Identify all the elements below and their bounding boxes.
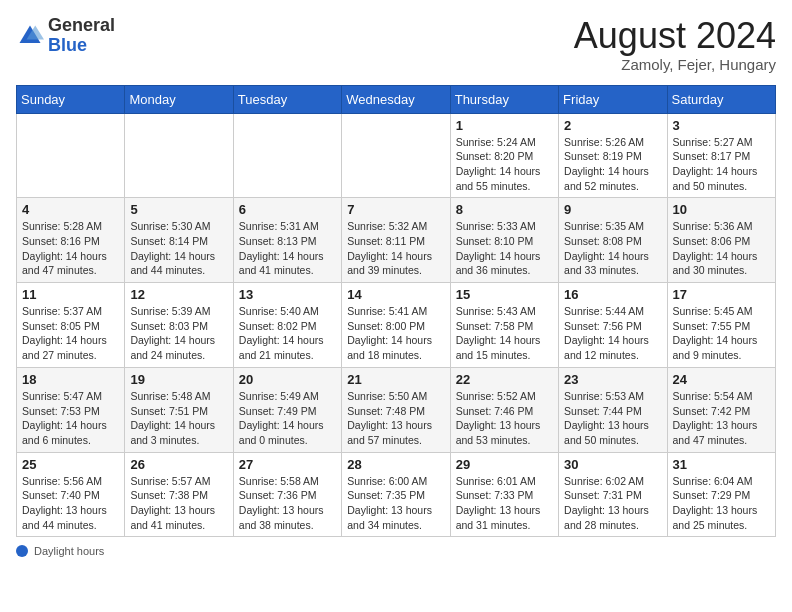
logo-icon [16, 22, 44, 50]
calendar-cell: 9Sunrise: 5:35 AMSunset: 8:08 PMDaylight… [559, 198, 667, 283]
day-detail: Sunrise: 5:44 AMSunset: 7:56 PMDaylight:… [564, 304, 661, 363]
calendar-week-row: 1Sunrise: 5:24 AMSunset: 8:20 PMDaylight… [17, 113, 776, 198]
day-detail: Sunrise: 6:01 AMSunset: 7:33 PMDaylight:… [456, 474, 553, 533]
calendar-cell: 15Sunrise: 5:43 AMSunset: 7:58 PMDayligh… [450, 283, 558, 368]
calendar-cell: 17Sunrise: 5:45 AMSunset: 7:55 PMDayligh… [667, 283, 775, 368]
day-detail: Sunrise: 5:48 AMSunset: 7:51 PMDaylight:… [130, 389, 227, 448]
daylight-icon [16, 545, 28, 557]
day-number: 24 [673, 372, 770, 387]
calendar-cell: 27Sunrise: 5:58 AMSunset: 7:36 PMDayligh… [233, 452, 341, 537]
footer-label: Daylight hours [34, 545, 104, 557]
day-detail: Sunrise: 5:43 AMSunset: 7:58 PMDaylight:… [456, 304, 553, 363]
day-number: 18 [22, 372, 119, 387]
calendar-cell [125, 113, 233, 198]
calendar-cell: 20Sunrise: 5:49 AMSunset: 7:49 PMDayligh… [233, 367, 341, 452]
location-subtitle: Zamoly, Fejer, Hungary [574, 56, 776, 73]
calendar-cell: 21Sunrise: 5:50 AMSunset: 7:48 PMDayligh… [342, 367, 450, 452]
day-number: 19 [130, 372, 227, 387]
day-of-week-header: Tuesday [233, 85, 341, 113]
day-detail: Sunrise: 5:24 AMSunset: 8:20 PMDaylight:… [456, 135, 553, 194]
footer: Daylight hours [16, 545, 776, 557]
day-number: 5 [130, 202, 227, 217]
day-number: 30 [564, 457, 661, 472]
day-number: 12 [130, 287, 227, 302]
calendar-week-row: 11Sunrise: 5:37 AMSunset: 8:05 PMDayligh… [17, 283, 776, 368]
calendar-cell: 1Sunrise: 5:24 AMSunset: 8:20 PMDaylight… [450, 113, 558, 198]
month-year-title: August 2024 [574, 16, 776, 56]
page-header: General Blue August 2024 Zamoly, Fejer, … [16, 16, 776, 73]
day-detail: Sunrise: 5:45 AMSunset: 7:55 PMDaylight:… [673, 304, 770, 363]
day-detail: Sunrise: 5:54 AMSunset: 7:42 PMDaylight:… [673, 389, 770, 448]
day-number: 3 [673, 118, 770, 133]
day-detail: Sunrise: 5:49 AMSunset: 7:49 PMDaylight:… [239, 389, 336, 448]
calendar-table: SundayMondayTuesdayWednesdayThursdayFrid… [16, 85, 776, 538]
day-of-week-header: Friday [559, 85, 667, 113]
day-detail: Sunrise: 5:31 AMSunset: 8:13 PMDaylight:… [239, 219, 336, 278]
day-detail: Sunrise: 5:56 AMSunset: 7:40 PMDaylight:… [22, 474, 119, 533]
day-detail: Sunrise: 5:40 AMSunset: 8:02 PMDaylight:… [239, 304, 336, 363]
day-number: 2 [564, 118, 661, 133]
day-number: 16 [564, 287, 661, 302]
logo: General Blue [16, 16, 115, 56]
day-number: 7 [347, 202, 444, 217]
calendar-cell: 12Sunrise: 5:39 AMSunset: 8:03 PMDayligh… [125, 283, 233, 368]
calendar-cell: 7Sunrise: 5:32 AMSunset: 8:11 PMDaylight… [342, 198, 450, 283]
day-of-week-header: Saturday [667, 85, 775, 113]
calendar-cell [342, 113, 450, 198]
day-detail: Sunrise: 5:36 AMSunset: 8:06 PMDaylight:… [673, 219, 770, 278]
calendar-cell: 31Sunrise: 6:04 AMSunset: 7:29 PMDayligh… [667, 452, 775, 537]
calendar-cell: 8Sunrise: 5:33 AMSunset: 8:10 PMDaylight… [450, 198, 558, 283]
day-detail: Sunrise: 5:50 AMSunset: 7:48 PMDaylight:… [347, 389, 444, 448]
calendar-cell [233, 113, 341, 198]
day-number: 20 [239, 372, 336, 387]
calendar-cell: 14Sunrise: 5:41 AMSunset: 8:00 PMDayligh… [342, 283, 450, 368]
calendar-cell: 4Sunrise: 5:28 AMSunset: 8:16 PMDaylight… [17, 198, 125, 283]
day-number: 28 [347, 457, 444, 472]
day-number: 9 [564, 202, 661, 217]
calendar-cell: 11Sunrise: 5:37 AMSunset: 8:05 PMDayligh… [17, 283, 125, 368]
calendar-cell: 16Sunrise: 5:44 AMSunset: 7:56 PMDayligh… [559, 283, 667, 368]
day-detail: Sunrise: 5:30 AMSunset: 8:14 PMDaylight:… [130, 219, 227, 278]
day-detail: Sunrise: 5:41 AMSunset: 8:00 PMDaylight:… [347, 304, 444, 363]
calendar-week-row: 25Sunrise: 5:56 AMSunset: 7:40 PMDayligh… [17, 452, 776, 537]
day-detail: Sunrise: 5:39 AMSunset: 8:03 PMDaylight:… [130, 304, 227, 363]
calendar-cell: 28Sunrise: 6:00 AMSunset: 7:35 PMDayligh… [342, 452, 450, 537]
calendar-cell: 5Sunrise: 5:30 AMSunset: 8:14 PMDaylight… [125, 198, 233, 283]
calendar-cell: 23Sunrise: 5:53 AMSunset: 7:44 PMDayligh… [559, 367, 667, 452]
day-detail: Sunrise: 5:32 AMSunset: 8:11 PMDaylight:… [347, 219, 444, 278]
calendar-cell: 25Sunrise: 5:56 AMSunset: 7:40 PMDayligh… [17, 452, 125, 537]
day-number: 8 [456, 202, 553, 217]
day-detail: Sunrise: 5:47 AMSunset: 7:53 PMDaylight:… [22, 389, 119, 448]
day-detail: Sunrise: 6:00 AMSunset: 7:35 PMDaylight:… [347, 474, 444, 533]
day-number: 17 [673, 287, 770, 302]
day-number: 25 [22, 457, 119, 472]
day-number: 1 [456, 118, 553, 133]
calendar-cell: 3Sunrise: 5:27 AMSunset: 8:17 PMDaylight… [667, 113, 775, 198]
calendar-cell: 29Sunrise: 6:01 AMSunset: 7:33 PMDayligh… [450, 452, 558, 537]
calendar-cell: 13Sunrise: 5:40 AMSunset: 8:02 PMDayligh… [233, 283, 341, 368]
day-number: 21 [347, 372, 444, 387]
calendar-cell: 10Sunrise: 5:36 AMSunset: 8:06 PMDayligh… [667, 198, 775, 283]
day-number: 10 [673, 202, 770, 217]
day-number: 26 [130, 457, 227, 472]
calendar-cell: 30Sunrise: 6:02 AMSunset: 7:31 PMDayligh… [559, 452, 667, 537]
calendar-cell: 6Sunrise: 5:31 AMSunset: 8:13 PMDaylight… [233, 198, 341, 283]
day-detail: Sunrise: 5:35 AMSunset: 8:08 PMDaylight:… [564, 219, 661, 278]
logo-text: General Blue [48, 16, 115, 56]
day-detail: Sunrise: 5:53 AMSunset: 7:44 PMDaylight:… [564, 389, 661, 448]
day-detail: Sunrise: 5:33 AMSunset: 8:10 PMDaylight:… [456, 219, 553, 278]
day-detail: Sunrise: 5:27 AMSunset: 8:17 PMDaylight:… [673, 135, 770, 194]
day-number: 29 [456, 457, 553, 472]
day-number: 13 [239, 287, 336, 302]
day-detail: Sunrise: 5:52 AMSunset: 7:46 PMDaylight:… [456, 389, 553, 448]
day-detail: Sunrise: 5:57 AMSunset: 7:38 PMDaylight:… [130, 474, 227, 533]
day-number: 27 [239, 457, 336, 472]
day-number: 23 [564, 372, 661, 387]
day-detail: Sunrise: 6:04 AMSunset: 7:29 PMDaylight:… [673, 474, 770, 533]
day-number: 6 [239, 202, 336, 217]
calendar-cell: 2Sunrise: 5:26 AMSunset: 8:19 PMDaylight… [559, 113, 667, 198]
calendar-week-row: 18Sunrise: 5:47 AMSunset: 7:53 PMDayligh… [17, 367, 776, 452]
calendar-cell: 24Sunrise: 5:54 AMSunset: 7:42 PMDayligh… [667, 367, 775, 452]
day-number: 11 [22, 287, 119, 302]
day-number: 15 [456, 287, 553, 302]
